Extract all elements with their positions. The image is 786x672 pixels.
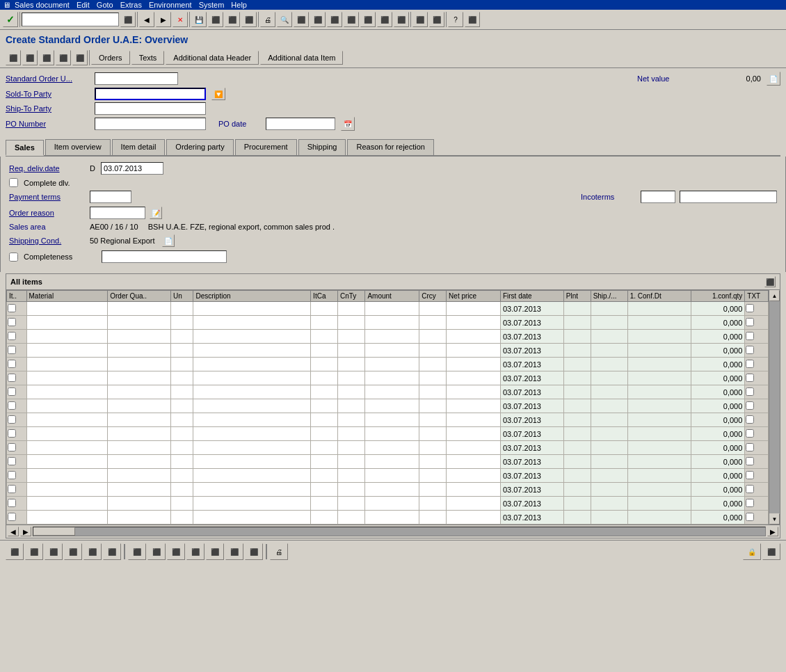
info-btn[interactable]: ⬛ xyxy=(465,12,480,27)
row-txt-checkbox[interactable] xyxy=(746,304,754,312)
nav-tab-additional-item[interactable]: Additional data Item xyxy=(260,51,343,65)
tab-reason-for-rejection[interactable]: Reason for rejection xyxy=(347,139,433,155)
save-btn[interactable]: 💾 xyxy=(191,12,207,27)
row-txt-checkbox[interactable] xyxy=(746,415,754,424)
bottom-btn-13[interactable]: ⬛ xyxy=(245,543,263,560)
tab-item-overview[interactable]: Item overview xyxy=(45,139,111,155)
bottom-btn-6[interactable]: ⬛ xyxy=(103,543,121,560)
row-txt-checkbox[interactable] xyxy=(746,443,754,451)
tab-sales[interactable]: Sales xyxy=(6,140,44,156)
command-input[interactable] xyxy=(22,13,119,26)
doc-btn2[interactable]: ⬛ xyxy=(344,12,359,27)
bottom-btn-8[interactable]: ⬛ xyxy=(147,543,166,560)
find-btn[interactable]: 🔍 xyxy=(277,12,292,27)
find-next-btn[interactable]: ⬛ xyxy=(294,12,309,27)
complete-dlv-checkbox[interactable] xyxy=(9,178,18,187)
forward-btn[interactable]: ▶ xyxy=(156,12,171,27)
ship-to-party-input[interactable] xyxy=(95,102,206,115)
po-number-input[interactable] xyxy=(95,118,206,130)
row-txt-checkbox[interactable] xyxy=(746,499,754,507)
bottom-btn-7[interactable]: ⬛ xyxy=(128,543,146,560)
net-value-icon[interactable]: 📄 xyxy=(767,72,780,86)
menu-item-environment[interactable]: Environment xyxy=(149,1,192,9)
nav-tab-texts[interactable]: Texts xyxy=(131,51,165,65)
row-checkbox[interactable] xyxy=(8,499,16,507)
completeness-checkbox[interactable] xyxy=(9,253,18,262)
tab-item-detail[interactable]: Item detail xyxy=(112,139,166,155)
po-date-icon[interactable]: 📅 xyxy=(341,117,355,131)
hscroll-left-btn[interactable]: ◀ xyxy=(8,527,19,536)
print-btn[interactable]: 🖨 xyxy=(260,12,275,27)
row-checkbox[interactable] xyxy=(8,429,16,438)
bottom-btn-lock2[interactable]: ⬛ xyxy=(762,543,780,560)
nav-tab-orders[interactable]: Orders xyxy=(91,51,130,65)
standard-order-input[interactable] xyxy=(95,72,178,85)
row-checkbox[interactable] xyxy=(8,360,16,368)
find-prev-btn[interactable]: ⬛ xyxy=(310,12,326,27)
bottom-btn-11[interactable]: ⬛ xyxy=(206,543,224,560)
row-checkbox[interactable] xyxy=(8,374,16,382)
doc-btn1[interactable]: ⬛ xyxy=(327,12,342,27)
vscroll-up-btn[interactable]: ▲ xyxy=(769,290,780,301)
tab-procurement[interactable]: Procurement xyxy=(235,139,297,155)
bottom-btn-5[interactable]: ⬛ xyxy=(83,543,102,560)
shortcut-btn2[interactable]: ⬛ xyxy=(225,12,240,27)
bottom-btn-2[interactable]: ⬛ xyxy=(25,543,43,560)
incoterms-input2[interactable] xyxy=(680,191,777,203)
table-row[interactable]: 03.07.20130,000 xyxy=(7,483,769,497)
bottom-btn-print[interactable]: 🖨 xyxy=(270,543,288,560)
toolbar2-icon3[interactable]: ⬛ xyxy=(39,50,54,65)
back-btn[interactable]: ◀ xyxy=(139,12,154,27)
row-checkbox[interactable] xyxy=(8,304,16,312)
check-btn[interactable]: ✓ xyxy=(3,12,18,27)
table-row[interactable]: 03.07.20130,000 xyxy=(7,413,769,427)
toolbar2-icon5[interactable]: ⬛ xyxy=(72,50,88,65)
toolbar2-icon2[interactable]: ⬛ xyxy=(22,50,38,65)
row-txt-checkbox[interactable] xyxy=(746,513,754,521)
completeness-input[interactable] xyxy=(102,250,227,263)
toolbar2-icon4[interactable]: ⬛ xyxy=(56,50,71,65)
row-txt-checkbox[interactable] xyxy=(746,318,754,326)
row-checkbox[interactable] xyxy=(8,401,16,410)
sold-to-party-input[interactable] xyxy=(95,88,206,100)
table-row[interactable]: 03.07.20130,000 xyxy=(7,441,769,455)
row-checkbox[interactable] xyxy=(8,415,16,424)
menu-item-goto[interactable]: Goto xyxy=(97,1,113,9)
help-btn[interactable]: ? xyxy=(448,12,463,27)
nav-tab-additional-header[interactable]: Additional data Header xyxy=(166,51,259,65)
shortcut-btn3[interactable]: ⬛ xyxy=(241,12,257,27)
settings-btn2[interactable]: ⬛ xyxy=(429,12,444,27)
bottom-btn-10[interactable]: ⬛ xyxy=(186,543,204,560)
row-checkbox[interactable] xyxy=(8,443,16,451)
row-checkbox[interactable] xyxy=(8,485,16,493)
hscroll-right-btn[interactable]: ▶ xyxy=(20,527,31,536)
menu-item-sales-doc[interactable]: Sales document xyxy=(15,1,70,9)
table-row[interactable]: 03.07.20130,000 xyxy=(7,330,769,344)
bottom-btn-3[interactable]: ⬛ xyxy=(45,543,63,560)
shipping-cond-icon[interactable]: 📄 xyxy=(162,234,175,247)
table-row[interactable]: 03.07.20130,000 xyxy=(7,358,769,371)
row-txt-checkbox[interactable] xyxy=(746,429,754,438)
row-txt-checkbox[interactable] xyxy=(746,401,754,410)
bottom-btn-1[interactable]: ⬛ xyxy=(6,543,24,560)
input-arrow-btn[interactable]: ⬛ xyxy=(120,12,136,27)
table-row[interactable]: 03.07.20130,000 xyxy=(7,371,769,385)
table-row[interactable]: 03.07.20130,000 xyxy=(7,497,769,511)
row-txt-checkbox[interactable] xyxy=(746,457,754,465)
row-checkbox[interactable] xyxy=(8,457,16,465)
hscroll-track[interactable] xyxy=(33,527,766,536)
sold-to-party-btn[interactable]: 🔽 xyxy=(211,88,225,100)
table-row[interactable]: 03.07.20130,000 xyxy=(7,469,769,483)
table-row[interactable]: 03.07.20130,000 xyxy=(7,455,769,469)
table-row[interactable]: 03.07.20130,000 xyxy=(7,427,769,441)
vscroll-down-btn[interactable]: ▼ xyxy=(769,513,780,525)
row-checkbox[interactable] xyxy=(8,318,16,326)
hscroll-thumb[interactable] xyxy=(33,527,75,536)
tab-shipping[interactable]: Shipping xyxy=(298,139,346,155)
bottom-btn-9[interactable]: ⬛ xyxy=(167,543,185,560)
shortcut-btn1[interactable]: ⬛ xyxy=(208,12,223,27)
req-deliv-date-input[interactable] xyxy=(101,162,163,175)
order-reason-icon[interactable]: 📝 xyxy=(150,207,162,219)
table-row[interactable]: 03.07.20130,000 xyxy=(7,385,769,399)
settings-btn1[interactable]: ⬛ xyxy=(412,12,428,27)
